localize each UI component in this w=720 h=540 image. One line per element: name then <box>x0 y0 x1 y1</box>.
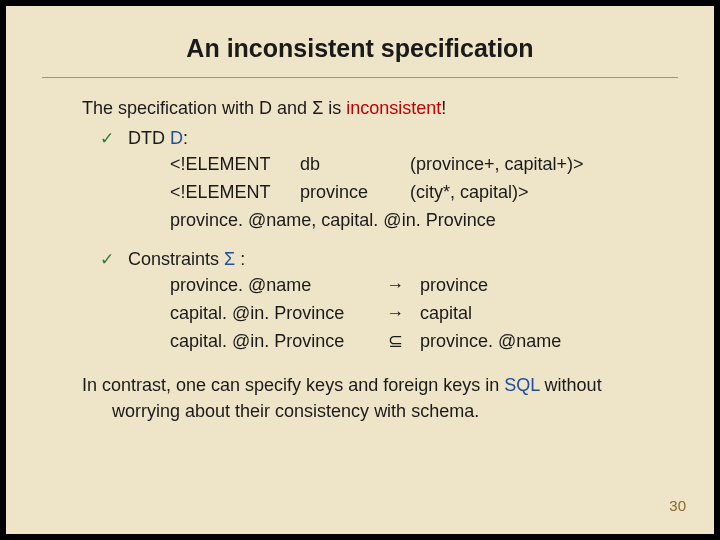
dtd-r2-c: (city*, capital)> <box>410 182 529 202</box>
cons-r3-l: capital. @in. Province <box>170 328 380 356</box>
bullet-dtd: ✓ DTD D: <!ELEMENTdb(province+, capital+… <box>42 126 678 235</box>
dtd-post: : <box>183 128 188 148</box>
dtd-pre: DTD <box>128 128 170 148</box>
closing-l2: worrying about their consistency with sc… <box>112 398 678 424</box>
cons-r2-r: capital <box>420 303 472 323</box>
dtd-r2-a: <!ELEMENT <box>170 179 300 207</box>
cons-row-2: capital. @in. Province→ capital <box>170 300 678 328</box>
intro-post: ! <box>441 98 446 118</box>
check-icon: ✓ <box>100 249 114 270</box>
cons-pre: Constraints <box>128 249 224 269</box>
bullet-list: ✓ DTD D: <!ELEMENTdb(province+, capital+… <box>42 126 678 356</box>
dtd-row-3: province. @name, capital. @in. Province <box>170 207 678 235</box>
intro-mid: is <box>323 98 346 118</box>
dtd-r2-b: province <box>300 179 410 207</box>
cons-post: : <box>235 249 245 269</box>
cons-r1-op: → <box>380 272 410 300</box>
dtd-body: <!ELEMENTdb(province+, capital+)> <!ELEM… <box>170 151 678 235</box>
check-icon: ✓ <box>100 128 114 149</box>
intro-line: The specification with D and Σ is incons… <box>82 96 678 120</box>
cons-sigma: Σ <box>224 249 235 269</box>
closing-l1-post: without <box>540 375 602 395</box>
cons-row-3: capital. @in. Province⊆ province. @name <box>170 328 678 356</box>
bullet-dtd-head: DTD D: <box>128 126 678 151</box>
cons-r3-r: province. @name <box>420 331 561 351</box>
dtd-d: D <box>170 128 183 148</box>
dtd-r1-a: <!ELEMENT <box>170 151 300 179</box>
slide-title: An inconsistent specification <box>42 34 678 63</box>
cons-r1-l: province. @name <box>170 272 380 300</box>
closing-l1-pre: In contrast, one can specify keys and fo… <box>82 375 504 395</box>
cons-r2-op: → <box>380 300 410 328</box>
dtd-r1-b: db <box>300 151 410 179</box>
closing-sql: SQL <box>504 375 539 395</box>
dtd-r1-c: (province+, capital+)> <box>410 154 584 174</box>
divider <box>42 77 678 78</box>
bullet-constraints: ✓ Constraints Σ : province. @name→ provi… <box>42 247 678 356</box>
intro-pre: The specification with D and <box>82 98 312 118</box>
constraints-body: province. @name→ province capital. @in. … <box>170 272 678 356</box>
intro-inconsistent: inconsistent <box>346 98 441 118</box>
intro-sigma: Σ <box>312 98 323 118</box>
page-number: 30 <box>669 497 686 514</box>
cons-r2-l: capital. @in. Province <box>170 300 380 328</box>
dtd-row-2: <!ELEMENTprovince(city*, capital)> <box>170 179 678 207</box>
cons-row-1: province. @name→ province <box>170 272 678 300</box>
bullet-constraints-head: Constraints Σ : <box>128 247 678 272</box>
cons-r1-r: province <box>420 275 488 295</box>
cons-r3-op: ⊆ <box>380 328 410 356</box>
closing-para: In contrast, one can specify keys and fo… <box>82 372 678 424</box>
slide: An inconsistent specification The specif… <box>6 6 714 534</box>
dtd-row-1: <!ELEMENTdb(province+, capital+)> <box>170 151 678 179</box>
